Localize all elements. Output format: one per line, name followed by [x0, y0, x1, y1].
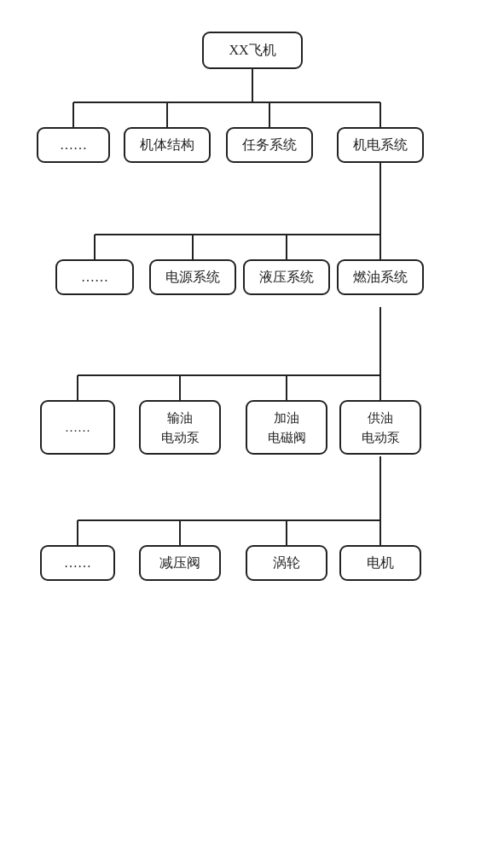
level3-label-0: …… [65, 421, 90, 434]
level1-node-1: 机体结构 [125, 128, 210, 162]
level2-node-1: 电源系统 [150, 260, 235, 294]
level4-label-0: …… [64, 555, 91, 570]
level3-node-1: 输油 电动泵 [140, 401, 220, 454]
level1-label-0: …… [60, 137, 87, 152]
level4-label-3: 电机 [367, 555, 394, 570]
level2-node-0: …… [56, 260, 133, 294]
level4-node-0: …… [41, 546, 114, 580]
level4-node-2: 涡轮 [246, 546, 327, 580]
root-node: XX飞机 [203, 32, 302, 68]
level3-label-2-l2: 电磁阀 [267, 431, 305, 444]
level4-label-1: 减压阀 [159, 555, 200, 570]
level3-node-0: …… [41, 401, 114, 454]
level3-label-1-l2: 电动泵 [160, 431, 199, 444]
diagram: .conn { stroke: #222; stroke-width: 2; f… [0, 17, 504, 853]
level2-label-3: 燃油系统 [353, 270, 408, 284]
level3-label-3-l2: 电动泵 [361, 431, 399, 444]
level2-label-0: …… [81, 270, 108, 284]
level1-label-3: 机电系统 [353, 137, 408, 152]
level4-node-1: 减压阀 [140, 546, 220, 580]
level4-node-3: 电机 [340, 546, 420, 580]
level1-node-2: 任务系统 [227, 128, 312, 162]
level2-label-2: 液压系统 [259, 270, 314, 284]
level1-label-1: 机体结构 [140, 137, 194, 152]
root-label: XX飞机 [229, 43, 275, 57]
level2-label-1: 电源系统 [165, 270, 220, 284]
svg-rect-35 [246, 401, 327, 454]
svg-rect-34 [140, 401, 220, 454]
level3-label-1-l1: 输油 [167, 411, 193, 425]
svg-rect-36 [340, 401, 420, 454]
level2-node-2: 液压系统 [244, 260, 329, 294]
level3-label-3-l1: 供油 [368, 411, 393, 425]
level3-label-2-l1: 加油 [274, 411, 299, 425]
level1-node-3: 机电系统 [338, 128, 423, 162]
level1-label-2: 任务系统 [241, 137, 297, 152]
level4-label-2: 涡轮 [273, 555, 300, 570]
level3-node-3: 供油 电动泵 [340, 401, 420, 454]
level2-node-3: 燃油系统 [338, 260, 423, 294]
level1-node-0: …… [38, 128, 109, 162]
level3-node-2: 加油 电磁阀 [246, 401, 327, 454]
